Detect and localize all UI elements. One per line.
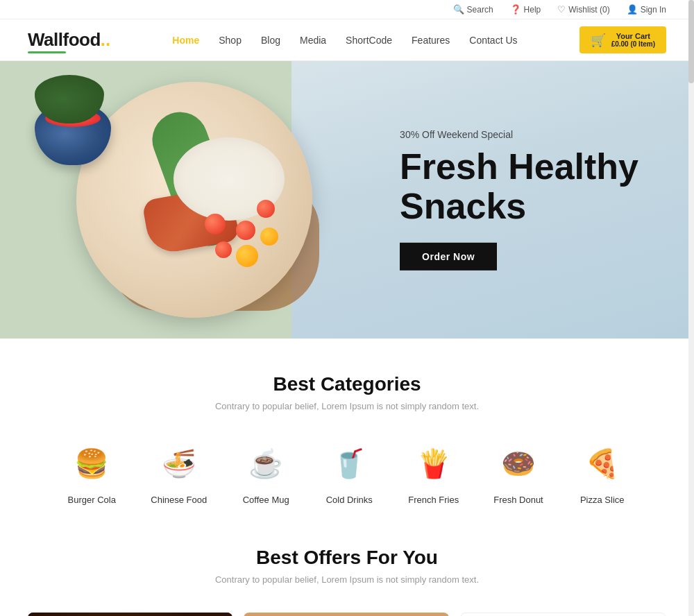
burger-visual xyxy=(244,613,448,616)
nav-link-shop[interactable]: Shop xyxy=(219,35,242,46)
french-fries-icon: 🍟 xyxy=(409,439,458,488)
logo-dots: .. xyxy=(101,29,110,50)
category-pizza-slice[interactable]: 🍕 Pizza Slice xyxy=(578,439,627,505)
cold-drinks-label: Cold Drinks xyxy=(326,495,373,505)
yellow-tomato-2 xyxy=(260,228,278,246)
category-french-fries[interactable]: 🍟 French Fries xyxy=(408,439,459,505)
cart-info: Your Cart £0.00 (0 Item) xyxy=(611,32,655,48)
logo-underline xyxy=(28,51,66,53)
category-coffee-mug[interactable]: ☕ Coffee Mug xyxy=(242,439,290,505)
french-fries-label: French Fries xyxy=(408,495,459,505)
nav-links: Home Shop Blog Media ShortCode Features … xyxy=(172,34,517,46)
hero-order-button[interactable]: Order Now xyxy=(400,243,497,271)
yellow-tomato-1 xyxy=(236,245,258,267)
offer-card-breakfast: 30% Discount Healthy Breakfast Oder Now xyxy=(460,613,666,616)
help-label: Help xyxy=(524,5,541,15)
signin-link[interactable]: 👤 Sign In xyxy=(627,4,666,15)
nav-link-shortcode[interactable]: ShortCode xyxy=(346,35,392,46)
nav-link-contact[interactable]: Contact Us xyxy=(469,35,517,46)
offers-desc: Contrary to popular belief, Lorem Ipsum … xyxy=(28,574,666,585)
category-cold-drinks[interactable]: 🥤 Cold Drinks xyxy=(325,439,373,505)
chinese-food-icon: 🍜 xyxy=(155,439,203,488)
categories-grid: 🍔 Burger Cola 🍜 Chinese Food ☕ Coffee Mu… xyxy=(28,439,666,505)
nav-link-home[interactable]: Home xyxy=(172,35,199,46)
logo-text: Wallfood xyxy=(28,29,101,50)
offers-grid: 30% Save Weekend Special Italian Veg Piz… xyxy=(28,613,666,616)
cold-drinks-icon: 🥤 xyxy=(325,439,373,488)
hero-title-line2: Snacks xyxy=(400,186,526,226)
help-icon: ❓ xyxy=(510,4,521,15)
scrollbar-track[interactable] xyxy=(688,0,694,616)
chinese-food-label: Chinese Food xyxy=(151,495,207,505)
nav-item-features[interactable]: Features xyxy=(412,34,450,46)
breakfast-content: 30% Discount Healthy Breakfast Oder Now xyxy=(461,613,666,616)
tomato-3 xyxy=(257,200,275,218)
offer-card-burger xyxy=(244,613,448,616)
category-burger-cola[interactable]: 🍔 Burger Cola xyxy=(67,439,116,505)
search-label: Search xyxy=(467,5,493,15)
pizza-bg xyxy=(28,613,232,616)
pizza-slice-label: Pizza Slice xyxy=(580,495,625,505)
tomato-4 xyxy=(205,214,226,234)
category-chinese-food[interactable]: 🍜 Chinese Food xyxy=(151,439,207,505)
categories-desc: Contrary to popular belief, Lorem Ipsum … xyxy=(28,401,666,411)
offers-section: Best Offers For You Contrary to popular … xyxy=(0,540,694,616)
user-icon: 👤 xyxy=(627,4,638,15)
heart-icon: ♡ xyxy=(557,4,566,15)
burger-cola-icon: 🍔 xyxy=(67,439,116,488)
main-nav: Wallfood.. Home Shop Blog Media ShortCod… xyxy=(0,19,694,61)
logo[interactable]: Wallfood.. xyxy=(28,29,110,51)
pizza-slice-icon: 🍕 xyxy=(578,439,627,488)
plate xyxy=(76,82,312,318)
wishlist-link[interactable]: ♡ Wishlist (0) xyxy=(557,4,609,15)
fresh-donut-icon: 🍩 xyxy=(494,439,543,488)
nav-item-contact[interactable]: Contact Us xyxy=(469,34,517,46)
hero-badge: 30% Off Weekend Special xyxy=(400,129,638,140)
category-fresh-donut[interactable]: 🍩 Fresh Donut xyxy=(493,439,543,505)
nav-link-features[interactable]: Features xyxy=(412,35,450,46)
nav-item-home[interactable]: Home xyxy=(172,34,199,46)
search-icon: 🔍 xyxy=(453,4,464,15)
categories-title: Best Categories xyxy=(28,373,666,395)
nav-item-media[interactable]: Media xyxy=(300,34,326,46)
cart-button[interactable]: 🛒 Your Cart £0.00 (0 Item) xyxy=(579,26,666,53)
cart-price: £0.00 (0 Item) xyxy=(611,40,655,48)
tomato-2 xyxy=(215,241,232,258)
nav-item-shortcode[interactable]: ShortCode xyxy=(346,34,392,46)
coffee-mug-icon: ☕ xyxy=(242,439,290,488)
offers-title: Best Offers For You xyxy=(28,547,666,569)
tomato-1 xyxy=(236,221,255,240)
categories-section: Best Categories Contrary to popular beli… xyxy=(0,339,694,540)
cart-icon: 🛒 xyxy=(591,33,606,48)
nav-item-shop[interactable]: Shop xyxy=(219,34,242,46)
hero-section: 30% Off Weekend Special Fresh Healthy Sn… xyxy=(0,61,694,339)
fresh-donut-label: Fresh Donut xyxy=(493,495,543,505)
wishlist-label: Wishlist (0) xyxy=(568,5,609,15)
top-bar: 🔍 Search ❓ Help ♡ Wishlist (0) 👤 Sign In xyxy=(0,0,694,19)
burger-cola-label: Burger Cola xyxy=(68,495,116,505)
nav-link-media[interactable]: Media xyxy=(300,35,326,46)
nav-link-blog[interactable]: Blog xyxy=(261,35,280,46)
hero-content: 30% Off Weekend Special Fresh Healthy Sn… xyxy=(400,129,638,271)
help-link[interactable]: ❓ Help xyxy=(510,4,541,15)
offer-card-pizza: 30% Save Weekend Special Italian Veg Piz… xyxy=(28,613,232,616)
cart-label: Your Cart xyxy=(611,32,655,40)
scrollbar-thumb[interactable] xyxy=(688,0,694,83)
nav-item-blog[interactable]: Blog xyxy=(261,34,280,46)
signin-label: Sign In xyxy=(641,5,666,15)
hero-title-line1: Fresh Healthy xyxy=(400,146,638,187)
coffee-mug-label: Coffee Mug xyxy=(243,495,289,505)
hero-food-visual xyxy=(35,75,368,325)
hero-title: Fresh Healthy Snacks xyxy=(400,147,638,226)
search-link[interactable]: 🔍 Search xyxy=(453,4,493,15)
